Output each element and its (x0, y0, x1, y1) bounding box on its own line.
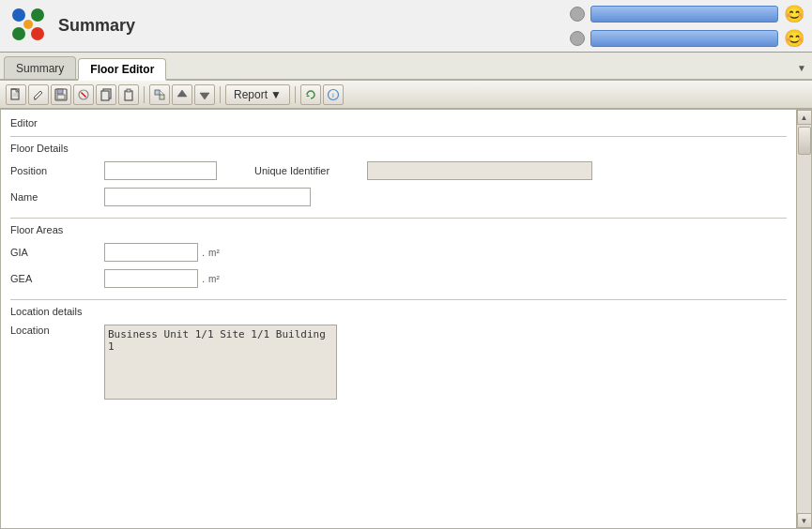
svg-line-22 (160, 90, 164, 95)
svg-rect-13 (57, 95, 65, 99)
toolbar: Report ▼ i (0, 81, 812, 109)
report-button[interactable]: Report ▼ (225, 84, 290, 105)
unique-identifier-label: Unique Identifier (254, 165, 367, 176)
unique-identifier-input[interactable] (367, 161, 592, 180)
gea-label: GEA (10, 273, 104, 284)
scroll-up-button[interactable]: ▲ (797, 110, 812, 125)
uid-col: Unique Identifier (254, 161, 592, 180)
scrollbar-track[interactable] (797, 125, 811, 513)
move-icon-btn[interactable] (149, 84, 170, 105)
svg-point-0 (12, 8, 25, 22)
tab-summary[interactable]: Summary (4, 56, 76, 79)
gia-label: GIA (10, 247, 104, 258)
floor-areas-title: Floor Areas (10, 224, 787, 235)
gia-input[interactable] (104, 243, 198, 262)
gea-unit: m² (208, 274, 220, 284)
toolbar-sep-2 (220, 86, 221, 103)
name-label: Name (10, 191, 104, 203)
floor-areas-group: Floor Areas GIA . m² GEA . m² (10, 218, 787, 288)
svg-marker-25 (306, 95, 310, 97)
location-details-title: Location details (10, 306, 787, 317)
floor-details-title: Floor Details (10, 143, 787, 154)
scrollbar-vertical: ▲ ▼ (796, 110, 811, 528)
floor-details-group: Floor Details Position Unique Identifier… (10, 136, 787, 206)
smiley-icon-2: 😊 (784, 28, 804, 49)
user-bar[interactable] (590, 6, 778, 23)
svg-rect-12 (57, 89, 63, 94)
gea-dot: . (202, 273, 205, 284)
content-panel: Editor Floor Details Position Unique Ide… (1, 110, 796, 528)
up-button[interactable] (172, 84, 192, 105)
svg-rect-19 (127, 89, 130, 92)
toolbar-sep-3 (295, 86, 296, 103)
svg-rect-21 (160, 95, 164, 99)
name-input[interactable] (104, 188, 311, 206)
svg-rect-17 (101, 91, 109, 100)
location-label: Location (10, 325, 104, 336)
down-button[interactable] (194, 84, 215, 105)
location-row: Location Business Unit 1/1 Site 1/1 Buil… (10, 325, 787, 400)
new-button[interactable] (6, 84, 26, 105)
edit-button[interactable] (28, 84, 49, 105)
app-logo (8, 6, 49, 47)
name-row: Name (10, 188, 787, 206)
paste-button[interactable] (118, 84, 139, 105)
main-area: Editor Floor Details Position Unique Ide… (0, 109, 812, 529)
gia-unit: m² (208, 248, 220, 258)
gea-input-wrap: . m² (104, 269, 220, 288)
location-details-group: Location details Location Business Unit … (10, 299, 787, 400)
gea-row: GEA . m² (10, 269, 787, 288)
tab-dropdown-arrow[interactable]: ▼ (797, 63, 806, 73)
position-label: Position (10, 165, 104, 176)
info-button[interactable]: i (323, 84, 344, 105)
position-input[interactable] (104, 161, 217, 180)
location-textarea[interactable]: Business Unit 1/1 Site 1/1 Building 1 (104, 325, 337, 400)
svg-point-3 (31, 27, 44, 40)
scrollbar-thumb[interactable] (798, 127, 811, 155)
user-icon (570, 7, 585, 22)
svg-point-4 (23, 20, 33, 29)
refresh-button[interactable] (300, 84, 321, 105)
page-title: Summary (58, 16, 570, 36)
svg-marker-23 (177, 90, 187, 97)
scroll-down-button[interactable]: ▼ (797, 513, 812, 528)
position-uid-row: Position Unique Identifier (10, 161, 787, 180)
svg-rect-20 (155, 90, 160, 95)
dropdown-icon (570, 31, 585, 46)
svg-point-2 (12, 27, 25, 40)
svg-rect-18 (125, 91, 132, 100)
gia-dot: . (202, 247, 205, 258)
title-bar: Summary 😊 😊 (0, 0, 812, 53)
svg-line-15 (82, 92, 86, 97)
dropdown-bar[interactable] (590, 30, 778, 47)
copy-button[interactable] (96, 84, 116, 105)
tab-bar: Summary Floor Editor ▼ (0, 53, 812, 81)
gia-row: GIA . m² (10, 243, 787, 262)
cancel-button[interactable] (73, 84, 94, 105)
toolbar-sep-1 (144, 86, 145, 103)
smiley-icon: 😊 (784, 4, 804, 24)
editor-section-label: Editor (10, 115, 787, 128)
svg-text:i: i (332, 91, 334, 99)
position-col: Position (10, 161, 217, 180)
save-button[interactable] (51, 84, 71, 105)
svg-point-1 (31, 8, 44, 22)
tab-floor-editor[interactable]: Floor Editor (78, 58, 166, 81)
gia-input-wrap: . m² (104, 243, 220, 262)
title-controls: 😊 😊 (570, 4, 804, 49)
svg-marker-24 (200, 93, 209, 99)
gea-input[interactable] (104, 269, 198, 288)
